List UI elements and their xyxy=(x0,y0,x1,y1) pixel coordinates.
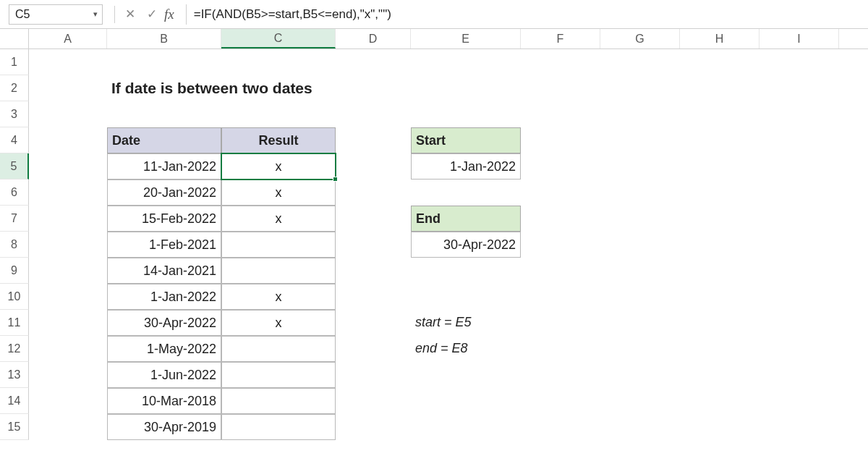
header-result[interactable]: Result xyxy=(221,127,336,153)
cell-A1[interactable] xyxy=(29,49,107,75)
cell-F3[interactable] xyxy=(521,101,600,127)
cell-F2[interactable] xyxy=(521,75,600,101)
cell-E2[interactable] xyxy=(411,75,521,101)
cell-F7[interactable] xyxy=(521,206,600,232)
name-box[interactable]: C5 ▾ xyxy=(9,4,103,25)
cell-A10[interactable] xyxy=(29,284,107,310)
cell-D13[interactable] xyxy=(336,362,411,388)
cell-I8[interactable] xyxy=(760,232,839,258)
cell-B6[interactable]: 20-Jan-2022 xyxy=(107,180,221,206)
cell-F4[interactable] xyxy=(521,127,600,153)
cell-C14[interactable] xyxy=(221,388,336,414)
cell-A9[interactable] xyxy=(29,258,107,284)
cell-G10[interactable] xyxy=(600,284,680,310)
cell-H14[interactable] xyxy=(680,388,760,414)
col-header-D[interactable]: D xyxy=(336,29,411,48)
cell-D8[interactable] xyxy=(336,232,411,258)
fx-icon[interactable]: fx xyxy=(164,7,174,22)
cell-E13[interactable] xyxy=(411,362,521,388)
row-header-15[interactable]: 15 xyxy=(0,414,29,440)
cell-B10[interactable]: 1-Jan-2022 xyxy=(107,284,221,310)
cell-A13[interactable] xyxy=(29,362,107,388)
col-header-B[interactable]: B xyxy=(107,29,221,48)
cell-I1[interactable] xyxy=(760,49,839,75)
cell-E5-start-value[interactable]: 1-Jan-2022 xyxy=(411,153,521,180)
cell-A4[interactable] xyxy=(29,127,107,153)
cell-C10[interactable]: x xyxy=(221,284,336,310)
col-header-C[interactable]: C xyxy=(221,29,336,48)
cell-C1[interactable] xyxy=(221,49,336,75)
cell-A8[interactable] xyxy=(29,232,107,258)
row-header-3[interactable]: 3 xyxy=(0,101,29,127)
cancel-icon[interactable]: ✕ xyxy=(119,4,141,25)
cell-H11[interactable] xyxy=(680,310,760,336)
cell-B7[interactable]: 15-Feb-2022 xyxy=(107,206,221,232)
cell-H10[interactable] xyxy=(680,284,760,310)
cell-E1[interactable] xyxy=(411,49,521,75)
cell-H12[interactable] xyxy=(680,336,760,362)
cell-A15[interactable] xyxy=(29,414,107,440)
cell-D9[interactable] xyxy=(336,258,411,284)
chevron-down-icon[interactable]: ▾ xyxy=(93,9,98,19)
cell-G13[interactable] xyxy=(600,362,680,388)
cell-B14[interactable]: 10-Mar-2018 xyxy=(107,388,221,414)
cell-G4[interactable] xyxy=(600,127,680,153)
row-header-9[interactable]: 9 xyxy=(0,258,29,284)
cell-C15[interactable] xyxy=(221,414,336,440)
cell-C2[interactable] xyxy=(221,75,336,101)
cell-H6[interactable] xyxy=(680,180,760,206)
row-header-6[interactable]: 6 xyxy=(0,180,29,206)
cell-D14[interactable] xyxy=(336,388,411,414)
formula-input[interactable] xyxy=(186,4,862,25)
row-header-13[interactable]: 13 xyxy=(0,362,29,388)
cell-C6[interactable]: x xyxy=(221,180,336,206)
cell-E9[interactable] xyxy=(411,258,521,284)
cell-C13[interactable] xyxy=(221,362,336,388)
cell-E6[interactable] xyxy=(411,180,521,206)
cell-C12[interactable] xyxy=(221,336,336,362)
col-header-G[interactable]: G xyxy=(600,29,680,48)
cell-G1[interactable] xyxy=(600,49,680,75)
row-header-8[interactable]: 8 xyxy=(0,232,29,258)
row-header-7[interactable]: 7 xyxy=(0,206,29,232)
cell-B5[interactable]: 11-Jan-2022 xyxy=(107,153,221,180)
cell-D6[interactable] xyxy=(336,180,411,206)
cell-C11[interactable]: x xyxy=(221,310,336,336)
cell-G5[interactable] xyxy=(600,153,680,180)
cell-F6[interactable] xyxy=(521,180,600,206)
row-header-4[interactable]: 4 xyxy=(0,127,29,153)
col-header-I[interactable]: I xyxy=(760,29,839,48)
cell-I14[interactable] xyxy=(760,388,839,414)
cell-C5[interactable]: x xyxy=(221,153,336,180)
cell-I12[interactable] xyxy=(760,336,839,362)
cell-G8[interactable] xyxy=(600,232,680,258)
cell-A2[interactable] xyxy=(29,75,107,101)
cell-A6[interactable] xyxy=(29,180,107,206)
cell-I6[interactable] xyxy=(760,180,839,206)
cell-I13[interactable] xyxy=(760,362,839,388)
cell-F9[interactable] xyxy=(521,258,600,284)
cell-F10[interactable] xyxy=(521,284,600,310)
cell-D15[interactable] xyxy=(336,414,411,440)
cell-G7[interactable] xyxy=(600,206,680,232)
cell-I10[interactable] xyxy=(760,284,839,310)
cell-D7[interactable] xyxy=(336,206,411,232)
cell-I3[interactable] xyxy=(760,101,839,127)
cell-I11[interactable] xyxy=(760,310,839,336)
cell-H2[interactable] xyxy=(680,75,760,101)
header-start[interactable]: Start xyxy=(411,127,521,153)
cell-B15[interactable]: 30-Apr-2019 xyxy=(107,414,221,440)
cell-F14[interactable] xyxy=(521,388,600,414)
cell-B11[interactable]: 30-Apr-2022 xyxy=(107,310,221,336)
cell-C3[interactable] xyxy=(221,101,336,127)
cell-I5[interactable] xyxy=(760,153,839,180)
cell-F11[interactable] xyxy=(521,310,600,336)
row-header-14[interactable]: 14 xyxy=(0,388,29,414)
cell-D3[interactable] xyxy=(336,101,411,127)
cell-H1[interactable] xyxy=(680,49,760,75)
cell-B1[interactable] xyxy=(107,49,221,75)
cell-I7[interactable] xyxy=(760,206,839,232)
cell-I9[interactable] xyxy=(760,258,839,284)
row-header-5[interactable]: 5 xyxy=(0,153,29,180)
cell-D2[interactable] xyxy=(336,75,411,101)
